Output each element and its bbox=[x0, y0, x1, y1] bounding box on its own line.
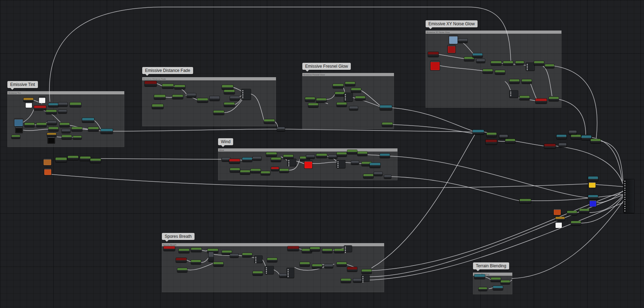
material-node[interactable] bbox=[177, 268, 187, 272]
material-node[interactable] bbox=[101, 129, 113, 134]
material-node[interactable] bbox=[545, 64, 554, 68]
multi-pin-node[interactable] bbox=[288, 159, 296, 166]
node-pin[interactable] bbox=[266, 267, 267, 268]
node-pin[interactable] bbox=[255, 259, 256, 260]
material-node[interactable] bbox=[280, 169, 289, 173]
texture-sample-node[interactable] bbox=[15, 127, 22, 133]
texture-sample-node[interactable] bbox=[431, 61, 440, 70]
node-pin[interactable] bbox=[362, 280, 363, 281]
material-node[interactable] bbox=[224, 90, 235, 94]
texture-sample-node[interactable] bbox=[26, 102, 32, 108]
material-node[interactable] bbox=[544, 144, 556, 148]
node-pin[interactable] bbox=[624, 197, 625, 198]
multi-pin-node[interactable] bbox=[287, 268, 294, 278]
material-node[interactable] bbox=[567, 211, 577, 215]
node-pin[interactable] bbox=[288, 269, 289, 270]
material-node[interactable] bbox=[493, 286, 503, 290]
material-node[interactable] bbox=[145, 81, 157, 86]
material-node[interactable] bbox=[253, 271, 263, 275]
material-node[interactable] bbox=[88, 127, 99, 131]
material-node[interactable] bbox=[305, 97, 315, 101]
material-node[interactable] bbox=[24, 98, 33, 102]
node-pin[interactable] bbox=[527, 66, 528, 67]
material-node[interactable] bbox=[380, 154, 390, 158]
node-pin[interactable] bbox=[288, 274, 289, 275]
material-node[interactable] bbox=[253, 156, 261, 160]
material-node[interactable] bbox=[522, 79, 532, 83]
material-node[interactable] bbox=[90, 159, 101, 163]
material-node[interactable] bbox=[501, 280, 510, 284]
material-node[interactable] bbox=[312, 264, 322, 268]
material-node[interactable] bbox=[172, 95, 183, 99]
comment-label-bubble[interactable]: Terrain Blending bbox=[473, 262, 509, 269]
node-pin[interactable] bbox=[242, 90, 243, 91]
node-pin[interactable] bbox=[624, 206, 625, 207]
material-node[interactable] bbox=[271, 158, 281, 162]
material-node[interactable] bbox=[588, 176, 598, 181]
material-node[interactable] bbox=[510, 79, 519, 83]
material-node[interactable] bbox=[187, 93, 196, 98]
node-pin[interactable] bbox=[255, 260, 256, 261]
material-node[interactable] bbox=[341, 279, 351, 283]
material-node[interactable] bbox=[579, 209, 589, 213]
node-pin[interactable] bbox=[288, 273, 289, 274]
material-node[interactable] bbox=[347, 267, 357, 272]
node-pin[interactable] bbox=[624, 203, 625, 205]
material-node[interactable] bbox=[230, 96, 239, 100]
material-node[interactable] bbox=[213, 262, 223, 266]
material-node[interactable] bbox=[162, 84, 173, 88]
material-node[interactable] bbox=[495, 70, 505, 74]
texture-sample-node[interactable] bbox=[589, 182, 596, 188]
material-node[interactable] bbox=[191, 260, 201, 264]
material-node[interactable] bbox=[283, 155, 293, 159]
material-node[interactable] bbox=[520, 96, 530, 100]
material-node[interactable] bbox=[47, 133, 56, 136]
node-pin[interactable] bbox=[624, 199, 625, 200]
material-output-node[interactable] bbox=[624, 179, 634, 213]
comment-group-header[interactable]: Emissive Tint bbox=[7, 91, 124, 94]
multi-pin-node[interactable] bbox=[265, 266, 274, 274]
material-node[interactable] bbox=[266, 152, 277, 156]
node-pin[interactable] bbox=[255, 257, 256, 258]
material-node[interactable] bbox=[242, 253, 252, 257]
node-pin[interactable] bbox=[624, 194, 625, 195]
node-pin[interactable] bbox=[362, 281, 363, 282]
node-pin[interactable] bbox=[266, 273, 267, 274]
node-pin[interactable] bbox=[337, 165, 339, 166]
material-node[interactable] bbox=[473, 53, 482, 58]
material-node[interactable] bbox=[335, 92, 345, 96]
material-node[interactable] bbox=[345, 82, 355, 86]
material-node[interactable] bbox=[306, 155, 315, 159]
material-node[interactable] bbox=[164, 246, 175, 251]
texture-sample-node[interactable] bbox=[44, 159, 51, 165]
material-node[interactable] bbox=[230, 254, 238, 257]
material-node[interactable] bbox=[591, 139, 600, 143]
node-pin[interactable] bbox=[337, 167, 339, 168]
material-node[interactable] bbox=[37, 123, 46, 127]
material-node[interactable] bbox=[333, 84, 343, 88]
multi-pin-node[interactable] bbox=[510, 91, 518, 98]
material-node[interactable] bbox=[374, 172, 382, 176]
material-node[interactable] bbox=[556, 217, 565, 221]
material-node[interactable] bbox=[334, 249, 344, 253]
material-node[interactable] bbox=[251, 169, 261, 173]
material-node[interactable] bbox=[46, 110, 57, 114]
material-node[interactable] bbox=[222, 85, 233, 89]
material-node[interactable] bbox=[224, 102, 235, 107]
node-pin[interactable] bbox=[242, 92, 243, 93]
texture-sample-node[interactable] bbox=[590, 200, 596, 207]
node-pin[interactable] bbox=[624, 210, 625, 212]
multi-pin-node[interactable] bbox=[337, 160, 345, 168]
node-pin[interactable] bbox=[266, 271, 267, 272]
material-node[interactable] bbox=[72, 127, 82, 131]
material-node[interactable] bbox=[491, 61, 501, 65]
material-node[interactable] bbox=[505, 139, 515, 143]
node-pin[interactable] bbox=[288, 162, 289, 163]
material-node[interactable] bbox=[152, 104, 163, 109]
material-node[interactable] bbox=[209, 252, 213, 262]
material-node[interactable] bbox=[12, 135, 20, 139]
material-node[interactable] bbox=[213, 111, 224, 115]
texture-sample-node[interactable] bbox=[554, 209, 561, 215]
texture-sample-node[interactable] bbox=[304, 161, 312, 168]
material-node[interactable] bbox=[569, 130, 577, 134]
